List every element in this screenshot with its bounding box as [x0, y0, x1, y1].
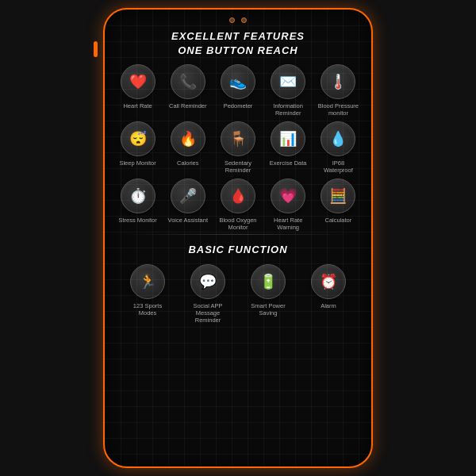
feature-item-call-reminder[interactable]: 📞 Call Reminder	[164, 64, 211, 117]
feature-item-heart-rate-warning[interactable]: 💗 Heart Rate Warning	[265, 178, 312, 231]
feature-item-pedometer[interactable]: 👟 Pedometer	[214, 64, 261, 117]
information-reminder-label: Information Reminder	[267, 102, 309, 117]
top-dot-right	[241, 17, 247, 23]
side-button[interactable]	[94, 41, 98, 57]
exercise-data-label: Exercise Data	[270, 159, 307, 167]
basic-feature-item-sports-modes[interactable]: 🏃 123 Sports Modes	[119, 264, 176, 324]
smart-power-label: Smart Power Saving	[248, 302, 289, 317]
basic-features-grid: 🏃 123 Sports Modes 💬 Social APP Message …	[111, 264, 365, 324]
feature-item-voice-assistant[interactable]: 🎤 Voice Assistant	[164, 178, 211, 231]
sedentary-reminder-label: Sedentary Reminder	[217, 159, 259, 174]
section-divider	[124, 234, 352, 235]
sleep-monitor-label: Sleep Monitor	[119, 159, 155, 167]
stress-monitor-icon: ⏱️	[121, 178, 155, 213]
social-app-label: Social APP Message Reminder	[187, 302, 228, 324]
feature-item-calculator[interactable]: 🧮 Calculator	[315, 178, 362, 231]
excellent-features-title: Excellent Features One Button Reach	[171, 29, 305, 58]
blood-pressure-icon: 🌡️	[321, 64, 355, 99]
pedometer-label: Pedometer	[224, 102, 253, 109]
call-reminder-icon: 📞	[171, 64, 205, 99]
ip68-waterproof-icon: 💧	[321, 121, 355, 156]
alarm-label: Alarm	[321, 302, 336, 309]
ip68-waterproof-label: IP68 Waterproof	[317, 159, 359, 174]
stress-monitor-label: Stress Monitor	[118, 217, 156, 224]
heart-rate-icon: ❤️	[121, 64, 155, 99]
calories-label: Calories	[177, 159, 199, 167]
basic-feature-item-smart-power[interactable]: 🔋 Smart Power Saving	[240, 264, 297, 324]
exercise-data-icon: 📊	[271, 121, 305, 156]
feature-item-sleep-monitor[interactable]: 😴 Sleep Monitor	[114, 121, 161, 174]
top-bar	[111, 17, 365, 23]
feature-item-heart-rate[interactable]: ❤️ Heart Rate	[114, 64, 161, 117]
feature-item-stress-monitor[interactable]: ⏱️ Stress Monitor	[114, 178, 161, 231]
calculator-label: Calculator	[325, 217, 352, 224]
sedentary-reminder-icon: 🪑	[221, 121, 255, 156]
feature-item-information-reminder[interactable]: ✉️ Information Reminder	[265, 64, 312, 117]
sleep-monitor-icon: 😴	[121, 121, 155, 156]
pedometer-icon: 👟	[221, 64, 255, 99]
basic-function-title: Basic Function	[188, 243, 287, 257]
smart-power-icon: 🔋	[251, 264, 286, 299]
feature-item-ip68-waterproof[interactable]: 💧 IP68 Waterproof	[315, 121, 362, 174]
device-frame: Excellent Features One Button Reach ❤️ H…	[103, 8, 373, 468]
feature-item-sedentary-reminder[interactable]: 🪑 Sedentary Reminder	[214, 121, 261, 174]
alarm-icon: ⏰	[311, 264, 346, 299]
social-app-icon: 💬	[190, 264, 225, 299]
feature-item-blood-pressure[interactable]: 🌡️ Blood Pressure monitor	[315, 64, 362, 117]
sports-modes-label: 123 Sports Modes	[127, 302, 168, 317]
blood-oxygen-label: Blood Oxygen Monitor	[217, 217, 259, 231]
calories-icon: 🔥	[171, 121, 205, 156]
features-grid: ❤️ Heart Rate 📞 Call Reminder 👟 Pedomete…	[111, 64, 365, 231]
voice-assistant-icon: 🎤	[171, 178, 205, 213]
heart-rate-label: Heart Rate	[123, 102, 152, 109]
top-dot-left	[229, 17, 235, 23]
feature-item-exercise-data[interactable]: 📊 Exercise Data	[265, 121, 312, 174]
basic-feature-item-alarm[interactable]: ⏰ Alarm	[300, 264, 357, 324]
voice-assistant-label: Voice Assistant	[168, 217, 208, 224]
sports-modes-icon: 🏃	[130, 264, 165, 299]
information-reminder-icon: ✉️	[271, 64, 305, 99]
feature-item-blood-oxygen[interactable]: 🩸 Blood Oxygen Monitor	[214, 178, 261, 231]
blood-oxygen-icon: 🩸	[221, 178, 255, 213]
blood-pressure-label: Blood Pressure monitor	[317, 102, 359, 117]
heart-rate-warning-icon: 💗	[271, 178, 305, 213]
calculator-icon: 🧮	[321, 178, 355, 213]
feature-item-calories[interactable]: 🔥 Calories	[164, 121, 211, 174]
basic-feature-item-social-app[interactable]: 💬 Social APP Message Reminder	[179, 264, 236, 324]
heart-rate-warning-label: Heart Rate Warning	[267, 217, 309, 231]
call-reminder-label: Call Reminder	[169, 102, 207, 109]
